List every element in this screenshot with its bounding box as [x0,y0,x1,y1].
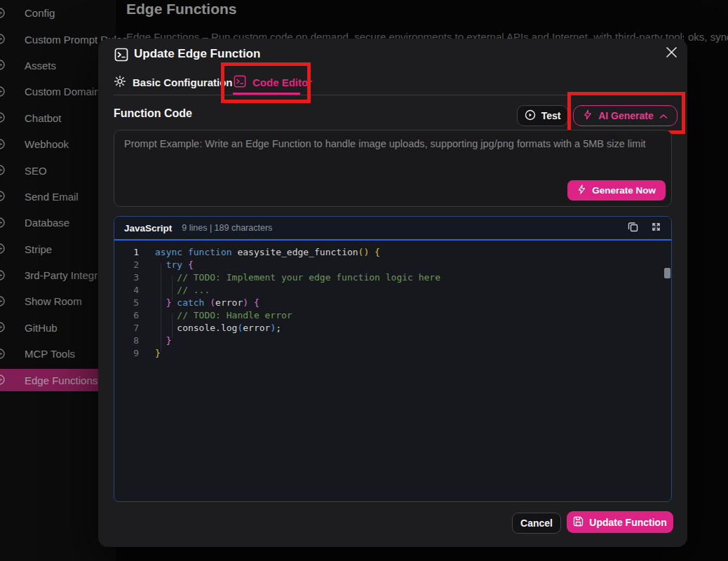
line-number: 7 [114,322,139,334]
code-line: 7 console.log(error); [114,322,671,334]
test-button[interactable]: Test [517,105,568,126]
line-number: 1 [114,246,139,259]
code-line: 4 // ... [114,284,671,297]
code-line: 1async function easysite_edge_function()… [114,246,671,259]
annotation-box-code-editor [221,62,311,103]
app-root: ConfigCustom Prompt RulesAssetsCustom Do… [0,0,728,561]
code-line: 9} [114,347,671,360]
cancel-button[interactable]: Cancel [512,513,561,534]
code-editor-textarea[interactable]: 1async function easysite_edge_function()… [114,242,671,501]
indent-guide [161,263,161,351]
generate-now-label: Generate Now [592,185,656,196]
terminal-square-icon [114,48,128,62]
line-number: 4 [114,284,139,297]
line-number: 5 [114,297,139,309]
cancel-button-label: Cancel [520,518,553,529]
code-line: 2 try { [114,259,671,271]
update-edge-function-modal: Update Edge Function Basic Configuration [98,39,687,547]
function-code-label: Function Code [114,107,192,120]
code-stats-label: 9 lines | 189 characters [182,223,272,233]
test-button-label: Test [541,110,561,121]
line-number: 9 [114,347,139,360]
code-line: 8 } [114,334,671,347]
generate-now-button[interactable]: Generate Now [567,180,666,201]
close-icon[interactable] [662,43,680,61]
annotation-box-ai-generate [567,92,685,134]
update-function-button[interactable]: Update Function [567,511,673,533]
code-editor-header: JavaScript 9 lines | 189 characters [114,217,671,241]
language-label: JavaScript [124,223,172,234]
line-number: 8 [114,334,139,347]
ai-prompt-input[interactable] [114,130,671,175]
vertical-scrollbar-thumb[interactable] [664,268,670,278]
gear-icon [114,75,126,90]
save-floppy-icon [573,516,584,529]
tab-basic-configuration[interactable]: Basic Configuration [114,75,233,90]
code-line: 5 } catch (error) { [114,297,671,309]
lightning-icon [577,184,586,196]
ai-prompt-box: Generate Now [114,130,672,207]
line-number: 6 [114,309,139,322]
tab-basic-configuration-label: Basic Configuration [133,76,233,88]
play-circle-icon [525,109,536,123]
indent-guide [172,276,173,301]
line-number: 3 [114,271,139,284]
code-lines: 1async function easysite_edge_function()… [114,246,671,360]
code-line: 3 // TODO: Implement your edge function … [114,271,671,284]
line-number: 2 [114,259,139,271]
update-function-label: Update Function [589,517,666,528]
code-line: 6 // TODO: Handle error [114,309,671,322]
modal-title: Update Edge Function [134,47,260,61]
indent-guide [172,313,173,339]
fullscreen-expand-icon[interactable] [651,222,661,235]
copy-icon[interactable] [628,222,638,235]
code-editor-panel: JavaScript 9 lines | 189 characters [114,216,672,502]
